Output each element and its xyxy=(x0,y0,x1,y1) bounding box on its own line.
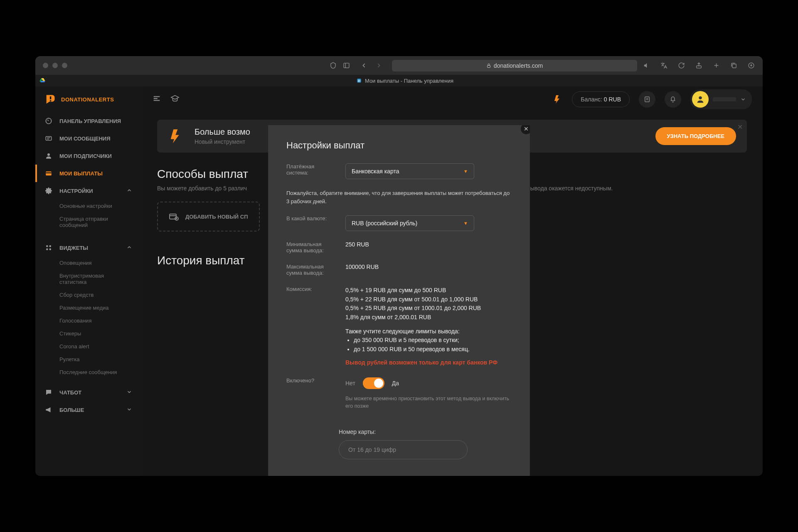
chevron-down-icon xyxy=(740,96,746,102)
chevron-up-icon xyxy=(126,244,132,251)
traffic-lights xyxy=(43,63,67,68)
forward-button[interactable] xyxy=(374,62,383,70)
svg-rect-13 xyxy=(46,137,52,140)
dashboard-icon xyxy=(44,117,53,125)
maximize-window-button[interactable] xyxy=(62,63,67,68)
subscribers-icon xyxy=(44,152,53,160)
payment-system-select[interactable]: Банковская карта ▼ xyxy=(345,163,474,179)
payout-settings-modal: ✕ Настройки выплат Платёжная система: Ба… xyxy=(268,125,530,476)
boosty-large-icon xyxy=(168,128,185,145)
caret-down-icon: ▼ xyxy=(463,169,468,174)
nav-widget-stickers[interactable]: Стикеры xyxy=(35,327,141,340)
card-plus-icon xyxy=(169,212,179,222)
nav-settings-page[interactable]: Страница отправки сообщений xyxy=(35,212,141,232)
user-menu[interactable] xyxy=(690,89,752,109)
fee-label: Комиссия: xyxy=(286,286,337,292)
reload-icon[interactable] xyxy=(677,62,685,70)
shield-icon[interactable] xyxy=(329,62,337,70)
svg-point-22 xyxy=(46,249,48,251)
tabs-icon[interactable] xyxy=(729,62,738,70)
nav-payouts[interactable]: МОИ ВЫПЛАТЫ xyxy=(35,165,141,182)
chevron-up-icon xyxy=(126,187,132,195)
nav-widgets[interactable]: ВИДЖЕТЫ xyxy=(35,239,141,256)
processing-note: Пожалуйста, обратите внимание, что для з… xyxy=(286,189,512,205)
browser-tab-title[interactable]: D Мои выплаты - Панель управления xyxy=(47,78,763,84)
nav-more[interactable]: БОЛЬШЕ xyxy=(35,401,141,419)
boosty-icon[interactable] xyxy=(553,94,563,104)
nav-widget-stats[interactable]: Внутристримовая статистика xyxy=(35,269,141,288)
nav-dashboard[interactable]: ПАНЕЛЬ УПРАВЛЕНИЯ xyxy=(35,112,141,130)
enabled-toggle[interactable] xyxy=(363,377,384,389)
svg-rect-2 xyxy=(487,65,490,67)
nav-widget-alerts[interactable]: Оповещения xyxy=(35,256,141,269)
share-icon[interactable] xyxy=(695,62,703,70)
download-icon[interactable] xyxy=(747,62,755,70)
svg-rect-18 xyxy=(46,172,52,173)
sidebar-toggle-icon[interactable] xyxy=(342,62,350,70)
url-text: donationalerts.com xyxy=(494,62,543,69)
settings-icon xyxy=(44,187,53,195)
svg-point-21 xyxy=(49,245,52,247)
svg-rect-17 xyxy=(46,172,52,176)
brand[interactable]: DONATIONALERTS xyxy=(35,86,141,112)
username-placeholder xyxy=(713,97,736,101)
banner-cta-button[interactable]: УЗНАТЬ ПОДРОБНЕЕ xyxy=(655,127,736,145)
sidebar: DONATIONALERTS ПАНЕЛЬ УПРАВЛЕНИЯ МОИ СОО… xyxy=(35,86,141,476)
brand-text: DONATIONALERTS xyxy=(61,96,114,103)
nav-settings[interactable]: НАСТРОЙКИ xyxy=(35,182,141,200)
nav-subscribers[interactable]: МОИ ПОДПИСЧИКИ xyxy=(35,147,141,165)
nav-settings-basic[interactable]: Основные настройки xyxy=(35,200,141,212)
nav-widget-roulette[interactable]: Рулетка xyxy=(35,353,141,366)
nav-messages[interactable]: МОИ СООБЩЕНИЯ xyxy=(35,130,141,147)
new-tab-icon[interactable] xyxy=(712,62,720,70)
enabled-label: Включено? xyxy=(286,377,337,384)
nav-widget-fundraising[interactable]: Сбор средств xyxy=(35,288,141,301)
currency-select[interactable]: RUB (российский рубль) ▼ xyxy=(345,215,474,231)
avatar xyxy=(692,91,709,108)
add-payout-method-button[interactable]: ДОБАВИТЬ НОВЫЙ СП xyxy=(157,202,260,232)
min-amount-label: Минимальная сумма вывода: xyxy=(286,241,337,254)
megaphone-icon xyxy=(44,406,53,414)
browser-title-bar: donationalerts.com xyxy=(35,56,763,75)
svg-rect-10 xyxy=(50,96,52,99)
card-number-label: Номер карты: xyxy=(339,429,512,435)
nav-chatbot[interactable]: ЧАТБОТ xyxy=(35,384,141,401)
minimize-window-button[interactable] xyxy=(52,63,58,68)
svg-rect-6 xyxy=(732,64,736,68)
chevron-down-icon xyxy=(126,389,132,396)
brand-logo-icon xyxy=(44,94,56,105)
chevron-down-icon xyxy=(126,406,132,414)
news-button[interactable] xyxy=(639,91,655,108)
nav-widget-corona[interactable]: Corona alert xyxy=(35,340,141,353)
messages-icon xyxy=(44,134,53,143)
menu-toggle-icon[interactable] xyxy=(152,94,161,105)
nav-widget-polls[interactable]: Голосования xyxy=(35,314,141,327)
svg-point-23 xyxy=(49,249,52,251)
close-window-button[interactable] xyxy=(43,63,48,68)
url-bar[interactable]: donationalerts.com xyxy=(392,60,637,71)
modal-close-button[interactable]: ✕ xyxy=(521,125,530,134)
nav-widget-recent[interactable]: Последние сообщения xyxy=(35,366,141,379)
site-favicon: D xyxy=(356,78,362,84)
payment-system-label: Платёжная система: xyxy=(286,163,337,176)
education-icon[interactable] xyxy=(170,94,180,105)
svg-point-30 xyxy=(699,96,702,99)
balance-pill[interactable]: Баланс: 0 RUB xyxy=(572,91,630,107)
sound-icon[interactable] xyxy=(642,62,650,70)
nav-widget-media[interactable]: Размещение медиа xyxy=(35,301,141,314)
max-amount-value: 100000 RUB xyxy=(345,264,512,270)
translate-icon[interactable] xyxy=(660,62,668,70)
google-drive-tab-icon[interactable] xyxy=(38,76,47,85)
banner-close-button[interactable]: ✕ xyxy=(737,123,743,131)
svg-point-16 xyxy=(47,153,50,156)
back-button[interactable] xyxy=(360,62,368,70)
fee-details: 0,5% + 19 RUB для сумм до 500 RUB 0,5% +… xyxy=(345,286,512,367)
lock-icon xyxy=(486,63,491,68)
warning-text: Вывод рублей возможен только для карт ба… xyxy=(345,358,512,367)
notifications-button[interactable] xyxy=(665,91,681,108)
widgets-icon xyxy=(44,244,53,252)
chatbot-icon xyxy=(44,388,53,397)
card-number-input[interactable]: От 16 до 19 цифр xyxy=(339,440,468,459)
banner-subtitle: Новый инструмент xyxy=(195,138,250,145)
toggle-yes-label: Да xyxy=(392,380,399,387)
